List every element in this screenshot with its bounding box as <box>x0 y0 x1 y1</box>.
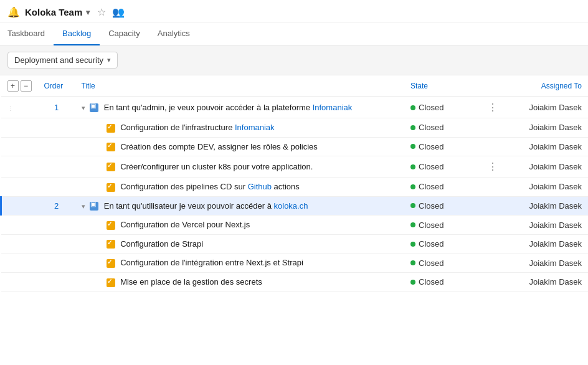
header: 🔔 Koloka Team ▾ ☆ 👥 <box>0 0 588 22</box>
row-more <box>479 272 507 292</box>
star-icon[interactable]: ☆ <box>97 6 106 18</box>
filter-chevron-icon: ▾ <box>107 56 111 64</box>
row-assigned: Joiakim Dasek <box>507 272 588 292</box>
item-title-link[interactable]: koloka.ch <box>274 201 308 211</box>
state-text: Closed <box>419 277 443 287</box>
row-assigned: Joiakim Dasek <box>507 254 588 273</box>
row-drag <box>1 234 38 254</box>
row-order <box>38 272 75 292</box>
row-more: ⋮ <box>479 156 507 178</box>
row-state: Closed <box>404 156 479 178</box>
row-state: Closed <box>404 178 479 197</box>
row-order <box>38 137 75 156</box>
table-row: Créer/configurer un cluster k8s pour vot… <box>1 156 589 178</box>
item-title-text2: actions <box>272 182 300 191</box>
row-drag <box>1 178 38 197</box>
row-drag <box>1 216 38 235</box>
row-state: Closed <box>404 137 479 156</box>
row-drag <box>1 118 38 138</box>
backlog-table-container: + − Order Title State Assigned To <box>0 75 588 361</box>
item-title-link[interactable]: Infomaniak <box>235 123 275 132</box>
item-title-text: Configuration des pipelines CD sur <box>120 182 248 191</box>
table-row: Mise en place de la gestion des secrets … <box>1 272 589 292</box>
col-header-assigned: Assigned To <box>507 75 588 97</box>
more-icon[interactable]: ⋮ <box>485 161 501 172</box>
row-state: Closed <box>404 97 479 118</box>
more-icon[interactable]: ⋮ <box>485 102 501 113</box>
state-dot <box>410 203 415 208</box>
row-title: Créer/configurer un cluster k8s pour vot… <box>75 156 405 178</box>
state-dot <box>410 164 415 169</box>
item-title-text: Configuration de Strapi <box>120 239 203 249</box>
remove-row-button[interactable]: − <box>21 80 32 92</box>
row-title: Configuration des pipelines CD sur Githu… <box>75 178 405 197</box>
state-dot <box>410 125 415 130</box>
col-header-order: Order <box>38 75 75 97</box>
row-title: Configuration de Strapi <box>75 234 405 254</box>
row-drag: ⋮ <box>1 97 38 118</box>
state-dot <box>410 280 415 285</box>
task-icon <box>107 259 115 268</box>
row-assigned: Joiakim Dasek <box>507 234 588 254</box>
row-title: Création des compte DEV, assigner les rô… <box>75 137 405 156</box>
item-title-text: Créer/configurer un cluster k8s pour vot… <box>120 162 313 171</box>
col-controls: + − <box>1 75 38 97</box>
row-state: Closed <box>404 118 479 138</box>
story-icon <box>90 202 98 211</box>
tab-backlog[interactable]: Backlog <box>54 22 100 45</box>
row-order: 2 <box>38 196 75 216</box>
backlog-table: + − Order Title State Assigned To <box>0 75 588 292</box>
task-icon <box>107 240 115 249</box>
header-actions: ☆ 👥 <box>97 6 125 18</box>
row-assigned: Joiakim Dasek <box>507 137 588 156</box>
state-text: Closed <box>419 123 443 132</box>
row-state: Closed <box>404 196 479 216</box>
table-row: Configuration de l'intégration entre Nex… <box>1 254 589 273</box>
state-text: Closed <box>419 201 443 211</box>
filter-button[interactable]: Deployment and security ▾ <box>7 52 118 69</box>
row-order <box>38 178 75 197</box>
state-text: Closed <box>419 103 443 112</box>
people-icon[interactable]: 👥 <box>112 6 125 18</box>
table-row: Configuration de l'infrastructure Infoma… <box>1 118 589 138</box>
expand-icon[interactable]: ▾ <box>82 202 85 210</box>
row-state: Closed <box>404 272 479 292</box>
col-header-state: State <box>404 75 479 97</box>
item-title-link[interactable]: Infomaniak <box>313 103 353 112</box>
task-icon <box>107 221 115 230</box>
item-title-link[interactable]: Github <box>248 182 272 191</box>
task-icon <box>107 278 115 287</box>
add-row-button[interactable]: + <box>7 80 19 92</box>
team-chevron-icon[interactable]: ▾ <box>86 8 90 17</box>
row-state: Closed <box>404 234 479 254</box>
row-drag <box>1 254 38 273</box>
table-row: Configuration des pipelines CD sur Githu… <box>1 178 589 197</box>
table-row: ⋮ 1 ▾ En tant qu'admin, je veux pouvoir … <box>1 97 589 118</box>
item-title-text: Configuration de l'intégration entre Nex… <box>120 258 303 267</box>
table-row: Configuration de Vercel pour Next.js Clo… <box>1 216 589 235</box>
row-more <box>479 178 507 197</box>
nav-tabs: Taskboard Backlog Capacity Analytics <box>0 22 588 45</box>
state-dot <box>410 242 415 247</box>
row-more <box>479 118 507 138</box>
table-row: 2 ▾ En tant qu'utilisateur je veux pouvo… <box>1 196 589 216</box>
row-assigned: Joiakim Dasek <box>507 118 588 138</box>
row-more: ⋮ <box>479 97 507 118</box>
team-name: Koloka Team ▾ <box>25 7 90 17</box>
tab-taskboard[interactable]: Taskboard <box>7 22 54 45</box>
row-title: Configuration de l'intégration entre Nex… <box>75 254 405 273</box>
state-dot <box>410 260 415 265</box>
tab-analytics[interactable]: Analytics <box>149 22 199 45</box>
row-title: ▾ En tant qu'utilisateur je veux pouvoir… <box>75 196 405 216</box>
row-order <box>38 118 75 138</box>
item-title-text: Configuration de l'infrastructure <box>120 123 235 132</box>
tab-capacity[interactable]: Capacity <box>100 22 149 45</box>
row-order <box>38 234 75 254</box>
state-text: Closed <box>419 162 443 171</box>
row-assigned: Joiakim Dasek <box>507 178 588 197</box>
row-state: Closed <box>404 216 479 235</box>
row-more <box>479 196 507 216</box>
expand-icon[interactable]: ▾ <box>82 104 85 111</box>
state-dot <box>410 144 415 149</box>
drag-icon: ⋮ <box>7 105 13 111</box>
